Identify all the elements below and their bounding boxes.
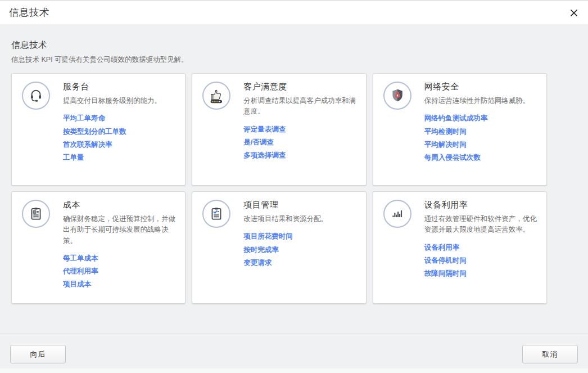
dialog-body: 信息技术 信息技术 KPI 可提供有关贵公司绩效的数据驱动型见解。 服务台 提高…: [0, 24, 588, 373]
close-x-icon: [569, 8, 579, 18]
kpi-link[interactable]: 按类型划分的工单数: [63, 128, 161, 136]
dialog-header: 信息技术: [0, 1, 588, 24]
card-description: 确保财务稳定，促进预算控制，并做出有助于长期可持续发展的战略决策。: [63, 214, 176, 246]
equipment-bar-chart-icon-glyph: [390, 206, 405, 222]
card-title: 设备利用率: [424, 200, 537, 210]
equipment-bar-chart-icon: [383, 200, 411, 228]
card-title: 成本: [63, 200, 176, 210]
thumbs-up-rating-icon-glyph: [208, 87, 225, 104]
dialog-title: 信息技术: [9, 6, 49, 19]
it-kpi-dialog: 信息技术 信息技术 信息技术 KPI 可提供有关贵公司绩效的数据驱动型见解。: [0, 0, 588, 373]
kpi-link[interactable]: 项目所花费时间: [243, 233, 328, 240]
kpi-link[interactable]: 首次联系解决率: [63, 141, 161, 149]
shield-lock-icon: [383, 82, 411, 110]
bottom-strip: [0, 368, 588, 373]
card-description: 保持运营连续性并防范网络威胁。: [424, 96, 530, 106]
kpi-link[interactable]: 网络钓鱼测试成功率: [424, 115, 530, 122]
kpi-link[interactable]: 设备利用率: [424, 244, 537, 251]
back-button[interactable]: 向后: [10, 345, 66, 363]
kpi-card-customer-satisfaction: 客户满意度 分析调查结果以提高客户成功率和满意度。 评定量表调查 是/否调查 多…: [192, 73, 366, 186]
thumbs-up-rating-icon: [202, 82, 230, 110]
card-description: 分析调查结果以提高客户成功率和满意度。: [243, 96, 356, 118]
project-clipboard-icon-glyph: [209, 206, 224, 222]
card-links: 网络钓鱼测试成功率 平均检测时间 平均解决时间 每周入侵尝试次数: [424, 115, 530, 161]
kpi-card-equipment-utilization: 设备利用率 通过有效管理硬件和软件资产，优化资源并最大限度地提高运营效率。 设备…: [373, 191, 547, 304]
kpi-link[interactable]: 工单量: [63, 154, 161, 161]
kpi-link[interactable]: 故障间隔时间: [424, 270, 537, 277]
card-links: 项目所花费时间 按时完成率 变更请求: [243, 233, 328, 266]
kpi-cards-grid: 服务台 提高交付目标服务级别的能力。 平均工单寿命 按类型划分的工单数 首次联系…: [11, 73, 547, 304]
kpi-card-service-desk: 服务台 提高交付目标服务级别的能力。 平均工单寿命 按类型划分的工单数 首次联系…: [11, 73, 186, 186]
section-description: 信息技术 KPI 可提供有关贵公司绩效的数据驱动型见解。: [11, 55, 577, 65]
card-title: 网络安全: [424, 82, 530, 92]
kpi-card-cost: $ 成本 确保财务稳定，促进预算控制，并做出有助于长期可持续发展的战略决策。 每…: [11, 191, 186, 304]
cost-clipboard-icon-glyph: $: [28, 206, 44, 222]
kpi-link[interactable]: 平均工单寿命: [63, 115, 161, 122]
headset-icon: [22, 82, 50, 110]
kpi-link[interactable]: 平均检测时间: [424, 128, 530, 136]
card-title: 客户满意度: [243, 82, 356, 92]
kpi-link[interactable]: 每工单成本: [63, 255, 176, 262]
section-title: 信息技术: [11, 24, 577, 51]
dialog-footer: 向后 取消: [0, 334, 588, 373]
headset-icon-glyph: [28, 88, 44, 104]
shield-lock-icon-glyph: [390, 88, 405, 104]
kpi-link[interactable]: 项目成本: [63, 281, 176, 288]
card-links: 评定量表调查 是/否调查 多项选择调查: [243, 126, 356, 159]
kpi-link[interactable]: 变更请求: [243, 259, 328, 267]
project-clipboard-icon: [202, 200, 230, 228]
kpi-link[interactable]: 评定量表调查: [243, 126, 356, 133]
kpi-link[interactable]: 代理利用率: [63, 268, 176, 275]
card-links: 设备利用率 设备停机时间 故障间隔时间: [424, 244, 537, 277]
kpi-link[interactable]: 多项选择调查: [243, 152, 356, 159]
card-description: 通过有效管理硬件和软件资产，优化资源并最大限度地提高运营效率。: [424, 214, 537, 236]
svg-text:$: $: [34, 210, 36, 213]
kpi-card-project-management: 项目管理 改进项目结果和资源分配。 项目所花费时间 按时完成率 变更请求: [192, 191, 366, 304]
kpi-link[interactable]: 每周入侵尝试次数: [424, 154, 530, 161]
kpi-link[interactable]: 平均解决时间: [424, 141, 530, 149]
card-title: 项目管理: [243, 200, 328, 210]
kpi-card-network-security: 网络安全 保持运营连续性并防范网络威胁。 网络钓鱼测试成功率 平均检测时间 平均…: [373, 73, 547, 186]
close-icon[interactable]: [568, 7, 580, 19]
kpi-link[interactable]: 是/否调查: [243, 139, 356, 146]
kpi-link[interactable]: 设备停机时间: [424, 257, 537, 264]
card-title: 服务台: [63, 82, 161, 92]
cost-clipboard-icon: $: [22, 200, 50, 228]
card-description: 提高交付目标服务级别的能力。: [63, 96, 161, 106]
cancel-button[interactable]: 取消: [522, 345, 578, 363]
card-links: 平均工单寿命 按类型划分的工单数 首次联系解决率 工单量: [63, 115, 161, 161]
card-links: 每工单成本 代理利用率 项目成本: [63, 255, 176, 288]
kpi-link[interactable]: 按时完成率: [243, 246, 328, 254]
card-description: 改进项目结果和资源分配。: [243, 214, 328, 224]
